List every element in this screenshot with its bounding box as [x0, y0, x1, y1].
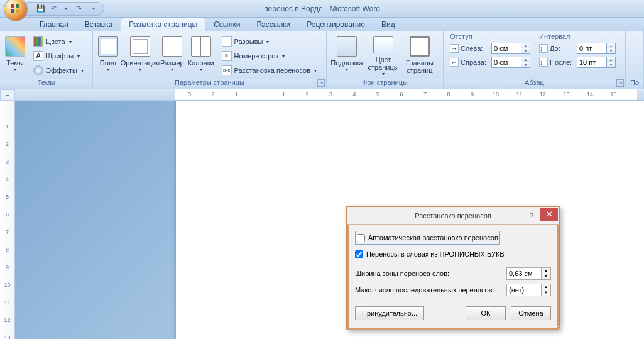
tab-references[interactable]: Ссылки [205, 18, 248, 31]
spin-up-icon[interactable]: ▲ [542, 268, 550, 274]
chevron-down-icon: ▾ [314, 68, 317, 74]
spin-down-icon[interactable]: ▼ [542, 290, 550, 296]
themes-icon [5, 36, 25, 57]
group-label-page-setup: Параметры страницы↘ [93, 79, 326, 89]
indent-right-input[interactable] [491, 57, 521, 68]
size-label: Размер [160, 59, 184, 67]
tab-mailings[interactable]: Рассылки [248, 18, 298, 31]
caps-hyphen-checkbox[interactable] [355, 250, 363, 258]
indent-right-label: Справа: [461, 58, 489, 66]
close-icon[interactable]: ✕ [540, 208, 558, 221]
dialog-launcher-icon[interactable]: ↘ [317, 79, 325, 87]
ok-button[interactable]: ОК [466, 306, 506, 320]
spin-up-icon[interactable]: ▲ [521, 43, 530, 48]
line-numbers-button[interactable]: ≡Номера строк▾ [219, 49, 322, 63]
caps-hyphen-row[interactable]: Переносы в словах из ПРОПИСНЫХ БУКВ [355, 247, 551, 261]
spin-down-icon[interactable]: ▼ [542, 274, 550, 279]
themes-button[interactable]: Темы ▾ [3, 33, 28, 77]
indent-right-spinner[interactable]: ▲▼ [491, 57, 530, 68]
spin-up-icon[interactable]: ▲ [542, 284, 550, 290]
spacing-after-input[interactable] [577, 57, 607, 68]
breaks-icon [222, 36, 232, 47]
columns-button[interactable]: Колонки▾ [186, 33, 216, 77]
force-button[interactable]: Принудительно... [355, 306, 424, 320]
tab-view[interactable]: Вид [373, 18, 403, 31]
orientation-button[interactable]: Ориентация▾ [122, 33, 158, 77]
page-color-icon [373, 36, 393, 53]
chevron-down-icon: ▾ [346, 67, 348, 72]
chevron-down-icon: ▾ [14, 67, 16, 72]
chevron-down-icon: ▾ [266, 39, 269, 45]
dialog-titlebar[interactable]: Расстановка переносов ? ✕ [347, 207, 559, 225]
spacing-before-label: До: [550, 45, 575, 52]
watermark-button[interactable]: Подложка▾ [329, 33, 364, 77]
theme-fonts-button[interactable]: AШрифты▾ [30, 49, 87, 63]
page-borders-button[interactable]: Границы страниц [402, 33, 437, 77]
tab-page-layout[interactable]: Разметка страницы [121, 18, 205, 31]
vertical-ruler[interactable]: 12345678910111213 [0, 101, 15, 339]
office-button[interactable] [4, 0, 28, 21]
effects-label: Эффекты [46, 67, 77, 74]
max-spinner[interactable]: ▲▼ [506, 284, 551, 296]
orientation-icon [130, 36, 150, 57]
indent-left-spinner[interactable]: ▲▼ [491, 43, 530, 54]
margins-button[interactable]: Поля▾ [96, 33, 121, 77]
group-label-page-bg: Фон страницы [327, 79, 443, 89]
redo-icon[interactable]: ↷ [74, 4, 84, 14]
size-icon [162, 36, 182, 57]
size-button[interactable]: Размер▾ [160, 33, 185, 77]
spacing-before-spinner[interactable]: ▲▼ [577, 43, 616, 54]
spin-up-icon[interactable]: ▲ [521, 57, 530, 62]
indent-right-icon: ← [450, 58, 459, 67]
spin-down-icon[interactable]: ▼ [521, 48, 530, 53]
theme-effects-button[interactable]: Эффекты▾ [30, 64, 87, 77]
watermark-text: FREE-OFFICE.NET [557, 326, 639, 335]
tab-review[interactable]: Рецензирование [298, 18, 373, 31]
spin-down-icon[interactable]: ▼ [607, 48, 615, 53]
tab-home[interactable]: Главная [31, 18, 77, 31]
ruler-corner[interactable]: ⌐ [0, 89, 15, 101]
auto-hyphen-row[interactable]: Автоматическая расстановка переносов [355, 231, 500, 245]
cancel-button[interactable]: Отмена [511, 306, 551, 320]
breaks-button[interactable]: Разрывы▾ [219, 35, 322, 48]
save-icon[interactable]: 💾 [36, 4, 46, 14]
spin-up-icon[interactable]: ▲ [607, 43, 615, 48]
auto-hyphen-checkbox[interactable] [357, 234, 365, 242]
zone-input[interactable] [506, 267, 542, 280]
colors-icon [33, 36, 43, 47]
themes-label: Темы [6, 59, 24, 67]
page-color-button[interactable]: Цвет страницы▾ [366, 33, 401, 77]
chevron-down-icon: ▾ [81, 68, 84, 74]
undo-icon[interactable]: ↶ [48, 4, 58, 14]
page-color-label: Цвет страницы [368, 56, 398, 71]
spin-down-icon[interactable]: ▼ [607, 62, 615, 67]
spin-down-icon[interactable]: ▼ [521, 62, 530, 67]
title-bar: 💾 ↶ ▾ ↷ ▾ перенос в Ворде - Microsoft Wo… [0, 0, 644, 18]
hyphenation-button[interactable]: b-cРасстановка переносов▾ [219, 64, 322, 77]
margins-label: Поля [100, 59, 116, 67]
tab-insert[interactable]: Вставка [77, 18, 121, 31]
zone-label: Ширина зоны переноса слов: [355, 270, 449, 277]
spacing-after-spinner[interactable]: ▲▼ [577, 57, 616, 68]
page-borders-label: Границы страниц [406, 59, 434, 74]
max-input[interactable] [506, 284, 542, 296]
dialog-launcher-icon[interactable]: ↘ [616, 79, 624, 87]
indent-left-input[interactable] [491, 43, 521, 54]
theme-colors-button[interactable]: Цвета▾ [30, 35, 87, 48]
qat-dropdown-icon[interactable]: ▾ [61, 4, 71, 14]
zone-spinner[interactable]: ▲▼ [506, 267, 551, 280]
horizontal-ruler[interactable]: 321123456789101112131415 [15, 89, 644, 101]
spacing-before-input[interactable] [577, 43, 607, 54]
hyphenation-icon: b-c [222, 65, 232, 75]
chevron-down-icon: ▾ [107, 67, 109, 72]
fonts-icon: A [33, 51, 43, 61]
hyphenation-dialog: Расстановка переносов ? ✕ Автоматическая… [346, 206, 560, 330]
help-icon[interactable]: ? [524, 209, 539, 222]
indent-left-icon: → [450, 44, 459, 53]
qat-customize-icon[interactable]: ▾ [89, 4, 99, 14]
ribbon-tabs: Главная Вставка Разметка страницы Ссылки… [0, 18, 644, 31]
page-borders-icon [410, 36, 430, 57]
line-numbers-icon: ≡ [222, 51, 232, 61]
columns-label: Колонки [188, 59, 214, 67]
spin-up-icon[interactable]: ▲ [607, 57, 615, 62]
